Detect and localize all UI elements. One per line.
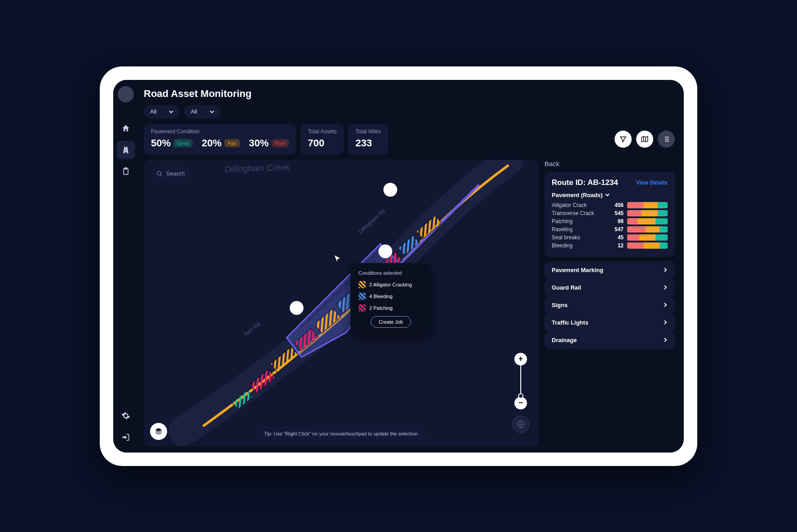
- nav-settings-icon[interactable]: [117, 407, 135, 425]
- section-row[interactable]: Traffic Lights: [545, 314, 675, 331]
- popup-item: 2 Alligator Cracking: [359, 281, 423, 288]
- defect-row: Alligator Crack456: [552, 202, 668, 208]
- defect-row: Bleeding12: [552, 242, 668, 249]
- defect-row: Seal breaks45: [552, 234, 668, 241]
- defect-row: Raveling547: [552, 226, 668, 233]
- poor-pct: 30%: [249, 137, 269, 149]
- tablet-frame: Road Asset Monitoring All All Pavement C…: [100, 66, 697, 466]
- svg-point-17: [383, 183, 397, 197]
- nav-logout-icon[interactable]: [117, 428, 135, 446]
- layers-button[interactable]: [150, 423, 167, 440]
- route-card: Route ID: AB-1234 View Details Pavement …: [545, 172, 675, 257]
- page-title: Road Asset Monitoring: [144, 88, 675, 100]
- filter-1-select[interactable]: All: [144, 105, 180, 119]
- fair-pct: 20%: [202, 137, 221, 149]
- cursor-icon: [332, 254, 342, 266]
- main-content: Road Asset Monitoring All All Pavement C…: [138, 80, 684, 453]
- pavement-condition-card: Pavement Condition 50% Good 20% Fair 30%: [144, 124, 296, 154]
- filter-button[interactable]: [615, 131, 632, 148]
- defect-row: Patching98: [552, 218, 668, 224]
- zoom-out-button[interactable]: −: [514, 397, 527, 409]
- tip-bar: Tip: Use "Right Click" on your mouse/tou…: [256, 427, 426, 440]
- create-job-button[interactable]: Create Job: [371, 316, 411, 328]
- swatch-alligator-icon: [359, 281, 366, 288]
- avatar[interactable]: [118, 86, 134, 102]
- section-pavement-header[interactable]: Pavement (Roads): [552, 192, 668, 198]
- globe-button[interactable]: [512, 416, 529, 433]
- nav-home-icon[interactable]: [117, 119, 135, 137]
- nav-clipboard-icon[interactable]: [117, 163, 135, 180]
- popup-item: 4 Bleeding: [359, 293, 423, 300]
- popup-item: 2 Patching: [359, 304, 423, 312]
- section-row[interactable]: Signs: [545, 296, 675, 314]
- chevron-right-icon: [663, 302, 668, 308]
- poor-badge: Poor: [271, 139, 289, 147]
- chevron-right-icon: [663, 267, 668, 273]
- app-screen: Road Asset Monitoring All All Pavement C…: [113, 80, 684, 453]
- selection-popup: Conditions selected 2 Alligator Cracking…: [350, 263, 431, 335]
- swatch-bleeding-icon: [359, 293, 366, 300]
- zoom-in-button[interactable]: +: [514, 353, 527, 365]
- map-canvas: [144, 160, 538, 446]
- section-row[interactable]: Guard Rail: [545, 279, 675, 296]
- swatch-patching-icon: [359, 304, 366, 312]
- route-id: Route ID: AB-1234: [552, 178, 618, 187]
- list-button[interactable]: [658, 131, 675, 148]
- defect-row: Transverse Crack545: [552, 210, 668, 216]
- fair-badge: Fair: [224, 139, 240, 147]
- nav-road-icon[interactable]: [117, 141, 135, 159]
- svg-point-19: [290, 301, 304, 315]
- view-details-link[interactable]: View Details: [636, 180, 668, 186]
- map-button[interactable]: [636, 131, 653, 148]
- back-button[interactable]: Back: [545, 160, 675, 167]
- section-row[interactable]: Drainage: [545, 331, 675, 349]
- good-pct: 50%: [151, 137, 171, 149]
- chevron-right-icon: [663, 337, 668, 343]
- zoom-slider[interactable]: [520, 365, 521, 397]
- sidebar: [113, 80, 138, 453]
- svg-point-18: [378, 244, 392, 258]
- total-assets-card: Total Assets 700: [301, 124, 344, 154]
- chevron-right-icon: [663, 319, 668, 326]
- chevron-right-icon: [663, 284, 668, 291]
- good-badge: Good: [173, 139, 193, 147]
- map-panel[interactable]: Dillingham Creek Search: [144, 160, 538, 446]
- section-row[interactable]: Pavement Marking: [545, 261, 675, 279]
- right-panel: Back Route ID: AB-1234 View Details Pave…: [545, 160, 675, 446]
- total-miles-card: Total Miles 233: [348, 124, 388, 154]
- filter-2-select[interactable]: All: [184, 105, 220, 119]
